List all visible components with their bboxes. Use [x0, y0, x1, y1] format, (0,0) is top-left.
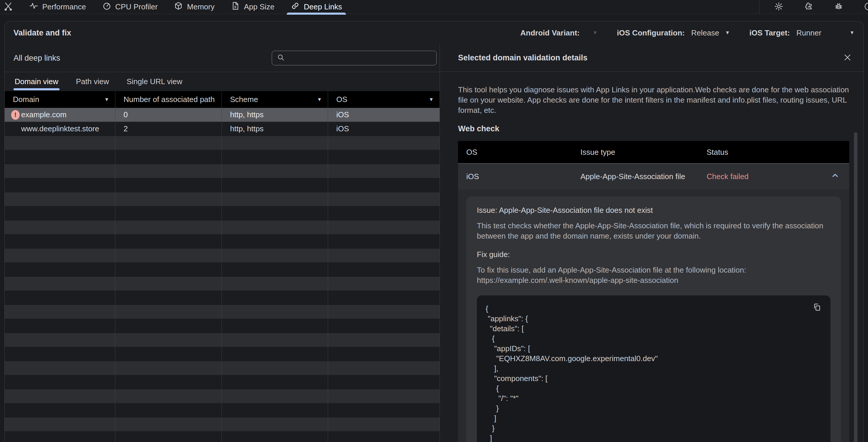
ios-target-value: Runner: [797, 28, 822, 37]
empty-table-row: [5, 178, 440, 192]
tab-memory[interactable]: Memory: [166, 0, 223, 14]
empty-table-row: [5, 235, 440, 248]
sort-caret-icon[interactable]: ▼: [104, 97, 109, 103]
view-tabs: Domain view Path view Single URL view: [5, 72, 440, 91]
table-row[interactable]: www.deeplinktest.store2http, httpsiOS: [5, 122, 440, 136]
empty-table-row: [5, 206, 440, 220]
tab-label: App Size: [244, 2, 274, 11]
os-cell: iOS: [328, 122, 440, 136]
android-variant-dropdown[interactable]: Android Variant: ▼: [520, 28, 597, 37]
vertical-scrollbar[interactable]: [854, 132, 858, 442]
issue-card: Issue: Apple-App-Site-Association file d…: [466, 196, 841, 442]
tool-description: This tool helps you diagnose issues with…: [458, 85, 849, 115]
validate-and-fix-card: Validate and fix Android Variant: ▼ iOS …: [4, 21, 864, 442]
topbar-action-icons: [759, 0, 868, 14]
gauge-icon: [102, 1, 111, 12]
empty-table-row: [5, 375, 440, 389]
column-header-domain[interactable]: Domain ▼: [5, 91, 115, 108]
file-icon: [231, 1, 240, 12]
ios-configuration-label: iOS Configuration:: [617, 28, 685, 37]
column-header-os: OS: [458, 148, 581, 157]
column-label: Number of associated path: [124, 95, 215, 104]
column-label: Domain: [13, 95, 39, 104]
tab-app-size[interactable]: App Size: [223, 0, 283, 14]
empty-table-row: [5, 319, 440, 333]
issue-details-container: Issue: Apple-App-Site-Association file d…: [458, 189, 849, 442]
chevron-down-icon: ▼: [849, 30, 855, 36]
table-header-row: Domain ▼ Number of associated path Schem…: [5, 91, 440, 108]
chevron-down-icon: ▼: [593, 30, 598, 36]
tab-label: CPU Profiler: [115, 2, 158, 11]
web-check-header-row: OS Issue type Status: [458, 141, 849, 164]
column-header-scheme[interactable]: Scheme ▼: [222, 91, 328, 108]
collapse-row-button[interactable]: [829, 171, 841, 182]
table-row[interactable]: !example.com0http, httpsiOS: [5, 108, 440, 122]
web-check-table: OS Issue type Status iOS Apple-App-Site-…: [458, 141, 849, 442]
ios-configuration-value: Release: [691, 28, 719, 37]
tab-single-url-view[interactable]: Single URL view: [126, 72, 184, 91]
tab-domain-view[interactable]: Domain view: [13, 72, 60, 91]
plugins-button[interactable]: [803, 1, 815, 13]
empty-table-row: [5, 263, 440, 277]
details-header: Selected domain validation details: [440, 44, 863, 72]
bug-icon: [834, 2, 843, 12]
empty-table-row: [5, 192, 440, 206]
view-tab-label: Path view: [76, 77, 109, 86]
tab-label: Memory: [187, 2, 215, 11]
sort-caret-icon[interactable]: ▼: [429, 97, 434, 103]
ios-target-dropdown[interactable]: iOS Target: Runner ▼: [749, 28, 855, 37]
column-label: OS: [336, 95, 347, 104]
build-variant-controls: Android Variant: ▼ iOS Configuration: Re…: [520, 28, 855, 37]
web-check-heading: Web check: [458, 124, 849, 133]
empty-table-row: [5, 220, 440, 235]
os-value: iOS: [458, 172, 581, 181]
error-icon: !: [11, 110, 20, 120]
empty-table-row: [5, 248, 440, 263]
empty-table-row: [5, 389, 440, 403]
empty-table-row: [5, 277, 440, 291]
card-body: All deep links Domain view: [5, 44, 863, 442]
issue-type-value: Apple-App-Site-Association file: [581, 172, 707, 181]
list-toolbar: All deep links: [5, 44, 440, 72]
status-badge: Check failed: [707, 172, 849, 181]
ios-configuration-dropdown[interactable]: iOS Configuration: Release ▼: [617, 28, 730, 37]
column-header-os[interactable]: OS ▼: [328, 91, 440, 108]
settings-button[interactable]: [773, 1, 785, 13]
empty-table-row: [5, 305, 440, 319]
tab-deep-links[interactable]: Deep Links: [283, 0, 350, 14]
page-title: Validate and fix: [13, 28, 71, 37]
package-icon: [174, 1, 183, 12]
tab-performance[interactable]: Performance: [21, 0, 94, 14]
deep-links-list-panel: All deep links Domain view: [5, 44, 440, 442]
column-header-issue-type: Issue type: [581, 148, 707, 157]
profiler-tabstrip: Performance CPU Profiler Memory App Size: [21, 0, 350, 14]
paths-cell: 2: [115, 122, 222, 136]
deep-links-table: Domain ▼ Number of associated path Schem…: [5, 91, 440, 442]
empty-table-row: [5, 291, 440, 305]
column-header-paths[interactable]: Number of associated path: [115, 91, 222, 108]
main-area: Validate and fix Android Variant: ▼ iOS …: [0, 14, 868, 442]
debug-button[interactable]: [833, 1, 844, 13]
plugin-icon: [804, 2, 813, 12]
close-button[interactable]: [842, 52, 853, 64]
search-box[interactable]: [272, 51, 437, 65]
pulse-icon: [29, 1, 38, 12]
tab-cpu-profiler[interactable]: CPU Profiler: [94, 0, 166, 14]
table-body: !example.com0http, httpsiOSwww.deeplinkt…: [5, 108, 440, 442]
web-check-row-ios[interactable]: iOS Apple-App-Site-Association file Chec…: [458, 164, 849, 189]
tab-path-view[interactable]: Path view: [75, 72, 110, 91]
view-tab-label: Domain view: [15, 77, 58, 86]
recent-button[interactable]: [863, 1, 868, 13]
scheme-cell: http, https: [222, 108, 328, 122]
copy-button[interactable]: [811, 302, 823, 314]
details-title: Selected domain validation details: [458, 53, 587, 62]
validation-details-panel: Selected domain validation details This …: [440, 44, 863, 442]
empty-table-row: [5, 403, 440, 417]
sort-caret-icon[interactable]: ▼: [317, 97, 322, 103]
tools-button[interactable]: [2, 2, 15, 12]
aasa-json-code: { "applinks": { "details": [ { "appIDs":…: [486, 304, 807, 442]
close-icon: [843, 53, 852, 63]
search-input[interactable]: [288, 54, 432, 62]
empty-table-row: [5, 333, 440, 347]
profiler-top-bar: Performance CPU Profiler Memory App Size: [0, 0, 868, 14]
